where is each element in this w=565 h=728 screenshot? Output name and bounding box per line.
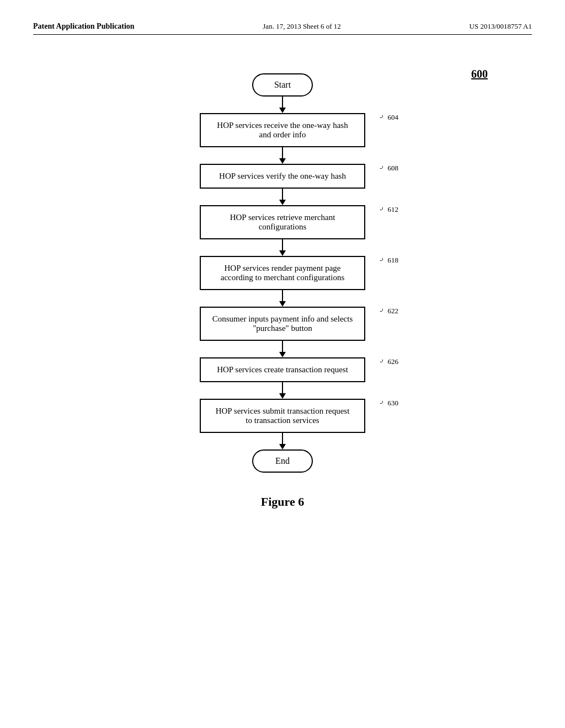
arrow-line	[282, 290, 283, 301]
step-604-box: HOP services receive the one-way hash an…	[200, 113, 365, 147]
start-node: Start	[252, 73, 313, 97]
step-618-label: ⌏ 618	[380, 256, 398, 265]
step-row-618: HOP services render payment page accordi…	[200, 256, 365, 290]
arrow-604-to-608	[279, 147, 286, 164]
figure-caption: Figure 6	[261, 495, 304, 509]
step-630-text: HOP services submit transaction request …	[216, 406, 350, 425]
arrow-line	[282, 382, 283, 393]
header-patent-number: US 2013/0018757 A1	[470, 22, 532, 31]
step-604-text: HOP services receive the one-way hash an…	[217, 121, 348, 139]
step-630-label: ⌏ 630	[380, 399, 398, 408]
arrow-line	[282, 239, 283, 250]
step-626-text: HOP services create transaction request	[217, 365, 348, 374]
arrow-head	[279, 352, 286, 357]
step-618-box: HOP services render payment page accordi…	[200, 256, 365, 290]
step-608-box: HOP services verify the one-way hash	[200, 164, 365, 189]
arrow-start-to-604	[279, 97, 286, 113]
step-622-box: Consumer inputs payment info and selects…	[200, 307, 365, 341]
page-header: Patent Application Publication Jan. 17, …	[33, 22, 532, 35]
arrow-head	[279, 108, 286, 113]
step-612-text: HOP services retrieve merchant configura…	[230, 213, 335, 231]
arrow-612-to-618	[279, 239, 286, 256]
ref-number-600: 600	[471, 68, 488, 81]
arrow-630-to-end	[279, 433, 286, 449]
step-row-612: HOP services retrieve merchant configura…	[200, 205, 365, 239]
arrow-head	[279, 250, 286, 256]
step-626-box: HOP services create transaction request	[200, 357, 365, 382]
step-622-label: ⌏ 622	[380, 307, 398, 315]
arrow-line	[282, 147, 283, 158]
header-date-sheet: Jan. 17, 2013 Sheet 6 of 12	[263, 22, 341, 31]
flowchart: Start HOP services receive the one-way h…	[200, 73, 365, 473]
step-618-text: HOP services render payment page accordi…	[221, 264, 345, 282]
arrow-line	[282, 433, 283, 444]
page: Patent Application Publication Jan. 17, …	[0, 0, 565, 728]
arrow-608-to-612	[279, 189, 286, 205]
step-612-box: HOP services retrieve merchant configura…	[200, 205, 365, 239]
step-604-label: ⌏ 604	[380, 113, 398, 122]
step-626-label: ⌏ 626	[380, 357, 398, 366]
arrow-618-to-622	[279, 290, 286, 307]
arrow-head	[279, 158, 286, 164]
diagram-area: 600 Start HOP services receive the one-w…	[33, 57, 532, 509]
arrow-head	[279, 200, 286, 205]
arrow-head	[279, 444, 286, 449]
header-publication-label: Patent Application Publication	[33, 22, 135, 31]
arrow-head	[279, 393, 286, 399]
step-608-text: HOP services verify the one-way hash	[219, 172, 346, 180]
end-node: End	[252, 449, 313, 473]
step-622-text: Consumer inputs payment info and selects…	[212, 314, 353, 333]
step-608-label: ⌏ 608	[380, 164, 398, 173]
arrow-line	[282, 97, 283, 108]
step-row-604: HOP services receive the one-way hash an…	[200, 113, 365, 147]
arrow-line	[282, 189, 283, 200]
step-630-box: HOP services submit transaction request …	[200, 399, 365, 433]
step-row-622: Consumer inputs payment info and selects…	[200, 307, 365, 341]
step-row-630: HOP services submit transaction request …	[200, 399, 365, 433]
arrow-626-to-630	[279, 382, 286, 399]
arrow-line	[282, 341, 283, 352]
step-612-label: ⌏ 612	[380, 205, 398, 214]
step-row-626: HOP services create transaction request …	[200, 357, 365, 382]
step-row-608: HOP services verify the one-way hash ⌏ 6…	[200, 164, 365, 189]
arrow-head	[279, 301, 286, 307]
arrow-622-to-626	[279, 341, 286, 357]
